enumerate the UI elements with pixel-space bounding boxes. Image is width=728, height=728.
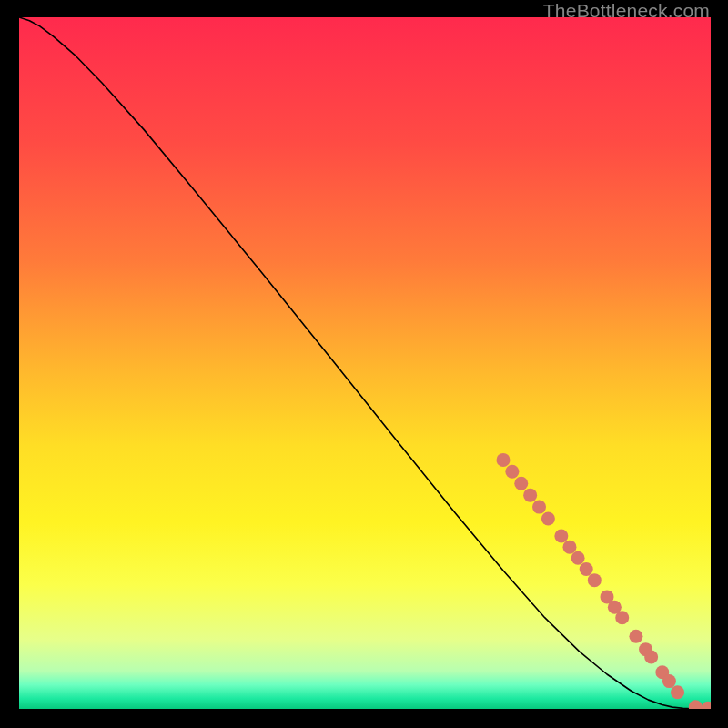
data-marker <box>580 562 593 576</box>
data-marker <box>644 651 658 664</box>
data-marker <box>615 611 629 624</box>
data-marker <box>523 489 537 502</box>
data-marker <box>505 465 519 479</box>
data-marker <box>571 551 585 565</box>
data-marker <box>629 630 642 643</box>
plot-background <box>19 17 711 709</box>
chart-stage: TheBottleneck.com <box>0 0 728 728</box>
data-marker <box>662 674 676 688</box>
data-marker <box>554 530 568 543</box>
data-marker <box>514 477 528 490</box>
data-marker <box>562 541 576 554</box>
data-marker <box>588 573 602 587</box>
data-marker <box>671 685 684 699</box>
data-marker <box>497 453 511 467</box>
watermark-text: TheBottleneck.com <box>543 0 710 22</box>
chart-plot <box>19 17 711 709</box>
data-marker <box>532 500 546 514</box>
data-marker <box>541 512 555 526</box>
